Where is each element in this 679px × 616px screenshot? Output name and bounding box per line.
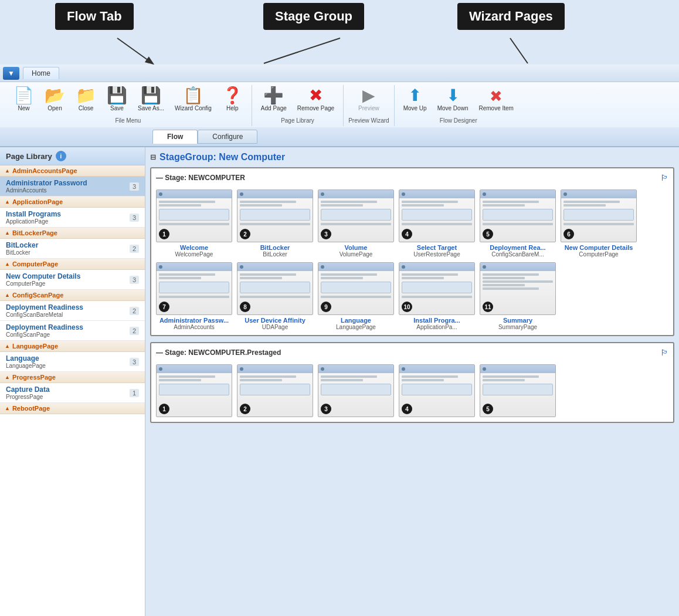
page-card-bitlocker[interactable]: 2 BitLocker BitLocker	[237, 189, 313, 258]
page-card-uda[interactable]: 8 User Device Affinity UDAPage	[237, 262, 313, 330]
lib-item-admin-password[interactable]: Administrator Password AdminAccounts 3	[0, 177, 145, 197]
page-library-group: ➕ Add Page ✖ Remove Page Page Library	[252, 85, 344, 126]
page-thumb-language: 9	[318, 262, 394, 315]
page-library-header: Page Library i	[0, 147, 145, 165]
annotation-area: Flow Tab Stage Group Wizard Pages	[0, 0, 679, 65]
flow-designer-label: Flow Designer	[440, 117, 477, 124]
content-area: ⊟ StageGroup: New Computer — Stage: NEWC…	[145, 147, 679, 616]
lib-item-capture-data[interactable]: Capture Data ProgressPage 1	[0, 383, 145, 403]
file-menu-group: 📄 New 📂 Open 📁 Close 💾 Save 💾 Sav	[5, 85, 252, 126]
move-down-button[interactable]: ⬇ Move Down	[433, 85, 473, 114]
close-folder-icon: 📁	[76, 87, 96, 104]
page-card-install-programs[interactable]: 10 Install Progra... ApplicationPa...	[399, 262, 475, 330]
page-card-deployment-readiness[interactable]: 5 Deployment Rea... ConfigScanBareM...	[480, 189, 556, 258]
wizard-pages-annotation: Wizard Pages	[457, 3, 565, 30]
home-tab-button[interactable]: Home	[23, 67, 59, 79]
lib-section-reboot: RebootPage	[0, 403, 145, 414]
flow-designer-group: ⬆ Move Up ⬇ Move Down ✖ Remove Item Flow…	[395, 85, 522, 126]
stage-flag-icon: 🏳	[660, 173, 668, 182]
lib-section-application: ApplicationPage	[0, 197, 145, 208]
design-tabs: Flow Configure	[0, 127, 679, 147]
page-card-volume[interactable]: 3 Volume VolumePage	[318, 189, 394, 258]
info-icon[interactable]: i	[56, 151, 66, 161]
preview-wizard-buttons: ▶ Preview	[354, 85, 383, 114]
save-icon: 💾	[107, 87, 127, 104]
page-card-welcome[interactable]: 1 Welcome WelcomePage	[156, 189, 232, 258]
svg-line-0	[117, 38, 152, 63]
stage-prestaged-header: — Stage: NEWCOMPUTER.Prestaged 🏳	[156, 348, 668, 360]
page-card-prestaged-2[interactable]: 2	[237, 364, 313, 417]
page-card-summary[interactable]: 11 Summary SummaryPage	[480, 262, 556, 330]
stage-group-header: ⊟ StageGroup: New Computer	[150, 152, 674, 163]
ribbon: ▼ Home 📄 New 📂 Open 📁 Close	[0, 65, 679, 147]
save-button[interactable]: 💾 Save	[103, 85, 131, 114]
lib-section-computer: ComputerPage	[0, 259, 145, 270]
office-menu-button[interactable]: ▼	[3, 67, 19, 80]
page-thumb-deployment: 5	[480, 189, 556, 242]
stage-newcomputer-header: — Stage: NEWCOMPUTER 🏳	[156, 173, 668, 185]
wizard-config-button[interactable]: 📋 Wizard Config	[171, 85, 216, 114]
stage-group-annotation: Stage Group	[263, 3, 364, 30]
move-up-icon: ⬆	[408, 87, 422, 104]
page-card-admin-password[interactable]: 7 Administrator Passw... AdminAccounts	[156, 262, 232, 330]
remove-page-button[interactable]: ✖ Remove Page	[293, 85, 338, 114]
collapse-icon[interactable]: ⊟	[150, 153, 156, 161]
open-icon: 📂	[45, 87, 65, 104]
main-layout: Page Library i AdminAccountsPage Adminis…	[0, 147, 679, 616]
configure-tab[interactable]: Configure	[198, 130, 257, 144]
file-menu-buttons: 📄 New 📂 Open 📁 Close 💾 Save 💾 Sav	[9, 85, 247, 114]
close-button[interactable]: 📁 Close	[72, 85, 100, 114]
move-down-icon: ⬇	[446, 87, 460, 104]
lib-section-language: LanguagePage	[0, 341, 145, 352]
page-card-prestaged-3[interactable]: 3	[318, 364, 394, 417]
lib-section-configscan: ConfigScanPage	[0, 290, 145, 301]
lib-section-admin-accounts: AdminAccountsPage	[0, 165, 145, 177]
preview-button[interactable]: ▶ Preview	[354, 85, 383, 114]
move-up-button[interactable]: ⬆ Move Up	[399, 85, 431, 114]
lib-item-new-computer-details[interactable]: New Computer Details ComputerPage 3	[0, 270, 145, 290]
page-card-select-target[interactable]: 4 Select Target UserRestorePage	[399, 189, 475, 258]
remove-page-icon: ✖	[309, 87, 322, 104]
open-button[interactable]: 📂 Open	[40, 85, 69, 114]
new-button[interactable]: 📄 New	[9, 85, 38, 114]
stage-newcomputer-prestaged: — Stage: NEWCOMPUTER.Prestaged 🏳 1	[150, 342, 674, 423]
remove-item-icon: ✖	[490, 89, 503, 104]
wizard-config-icon: 📋	[183, 87, 203, 104]
flow-tab[interactable]: Flow	[152, 130, 198, 144]
lib-section-progress: ProgressPage	[0, 372, 145, 383]
lib-section-bitlocker: BitLockerPage	[0, 228, 145, 239]
help-icon: ❓	[222, 87, 243, 104]
flow-designer-buttons: ⬆ Move Up ⬇ Move Down ✖ Remove Item	[399, 85, 518, 114]
page-library-label: Page Library	[281, 117, 314, 124]
new-icon: 📄	[13, 87, 34, 104]
page-thumb-new-computer: 6	[561, 189, 637, 242]
add-page-button[interactable]: ➕ Add Page	[257, 85, 291, 114]
remove-item-button[interactable]: ✖ Remove Item	[474, 86, 517, 114]
lib-item-install-programs[interactable]: Install Programs ApplicationPage 3	[0, 208, 145, 228]
page-library-sidebar: Page Library i AdminAccountsPage Adminis…	[0, 147, 145, 616]
page-card-prestaged-5[interactable]: 5	[480, 364, 556, 417]
page-card-prestaged-1[interactable]: 1	[156, 364, 232, 417]
preview-wizard-group: ▶ Preview Preview Wizard	[344, 85, 394, 126]
page-thumb-welcome: 1	[156, 189, 232, 242]
stage-newcomputer: — Stage: NEWCOMPUTER 🏳 1	[150, 167, 674, 336]
svg-line-2	[510, 38, 528, 63]
page-card-new-computer-details[interactable]: 6 New Computer Details ComputerPage	[561, 189, 637, 258]
save-as-button[interactable]: 💾 Save As...	[134, 85, 168, 114]
save-as-icon: 💾	[141, 87, 161, 104]
page-library-buttons: ➕ Add Page ✖ Remove Page	[257, 85, 338, 114]
page-thumb-select-target: 4	[399, 189, 475, 242]
lib-item-deployment-readiness-bare[interactable]: Deployment Readiness ConfigScanBareMetal…	[0, 301, 145, 321]
page-thumb-summary: 11	[480, 262, 556, 315]
preview-icon: ▶	[362, 87, 375, 104]
page-card-language[interactable]: 9 Language LanguagePage	[318, 262, 394, 330]
lib-item-deployment-readiness[interactable]: Deployment Readiness ConfigScanPage 2	[0, 321, 145, 341]
svg-line-1	[264, 38, 340, 63]
page-thumb-volume: 3	[318, 189, 394, 242]
page-card-prestaged-4[interactable]: 4	[399, 364, 475, 417]
page-thumb-uda: 8	[237, 262, 313, 315]
lib-item-bitlocker[interactable]: BitLocker BitLocker 2	[0, 239, 145, 259]
ribbon-title-bar: ▼ Home	[0, 65, 679, 82]
help-button[interactable]: ❓ Help	[218, 85, 247, 114]
lib-item-language[interactable]: Language LanguagePage 3	[0, 352, 145, 372]
